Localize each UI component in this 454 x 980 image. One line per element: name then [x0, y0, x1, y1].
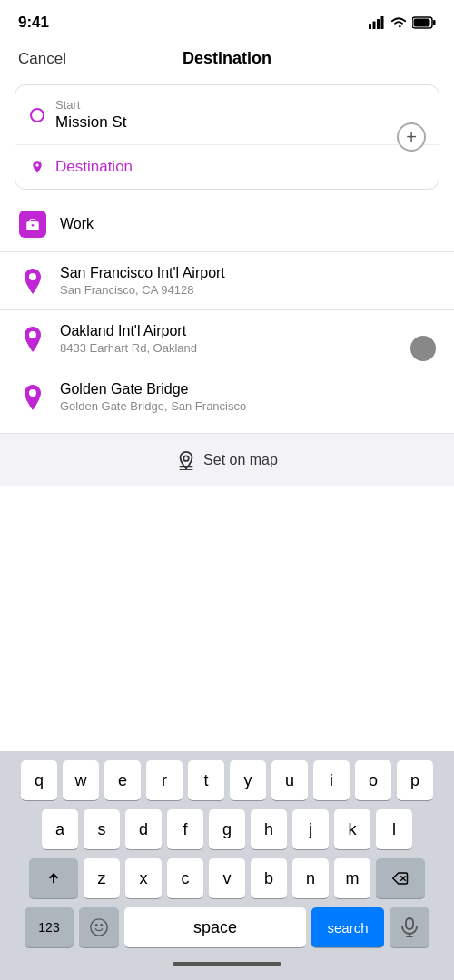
- signal-icon: [369, 16, 385, 29]
- svg-rect-25: [406, 918, 413, 929]
- status-time: 9:41: [18, 14, 49, 32]
- delete-key[interactable]: [376, 858, 425, 898]
- suggestion-ggb[interactable]: Golden Gate Bridge Golden Gate Bridge, S…: [0, 368, 454, 426]
- key-o[interactable]: o: [355, 760, 391, 800]
- start-field: Start Mission St: [55, 98, 126, 132]
- keyboard-row-1: q w e r t y u i o p: [4, 760, 450, 800]
- set-on-map-button[interactable]: Set on map: [0, 434, 454, 486]
- key-i[interactable]: i: [313, 760, 350, 800]
- sfo-address: San Francisco, CA 94128: [60, 283, 225, 297]
- ggb-address: Golden Gate Bridge, San Francisco: [60, 399, 246, 413]
- pin-icon-oak: [19, 326, 46, 353]
- battery-icon: [412, 16, 436, 29]
- svg-rect-0: [369, 24, 371, 29]
- sfo-name: San Francisco Int'l Airport: [60, 265, 225, 281]
- home-bar: [173, 962, 281, 966]
- suggestions-list: Work San Francisco Int'l Airport San Fra…: [0, 197, 454, 426]
- key-z[interactable]: z: [84, 858, 120, 898]
- set-on-map-label: Set on map: [203, 452, 278, 468]
- ggb-name: Golden Gate Bridge: [60, 381, 246, 397]
- work-icon-container: [18, 210, 47, 239]
- key-q[interactable]: q: [21, 760, 57, 800]
- shift-key[interactable]: [29, 858, 78, 898]
- svg-rect-5: [433, 20, 436, 25]
- svg-point-8: [35, 163, 38, 166]
- sfo-text: San Francisco Int'l Airport San Francisc…: [60, 265, 225, 297]
- key-j[interactable]: j: [292, 809, 329, 849]
- suggestion-sfo[interactable]: San Francisco Int'l Airport San Francisc…: [0, 252, 454, 309]
- key-r[interactable]: r: [146, 760, 183, 800]
- svg-point-14: [29, 389, 36, 397]
- svg-rect-6: [414, 19, 430, 27]
- home-indicator: [4, 956, 450, 975]
- key-u[interactable]: u: [271, 760, 308, 800]
- pin-icon-ggb: [19, 384, 46, 411]
- key-w[interactable]: w: [63, 760, 99, 800]
- search-key[interactable]: search: [311, 907, 384, 947]
- start-row[interactable]: Start Mission St: [15, 85, 439, 145]
- work-text: Work: [60, 216, 94, 232]
- briefcase-icon: [19, 211, 46, 238]
- oak-name: Oakland Int'l Airport: [60, 323, 197, 339]
- work-label: Work: [60, 216, 94, 232]
- status-bar: 9:41: [0, 0, 454, 40]
- status-icons: [369, 16, 436, 29]
- svg-rect-2: [377, 19, 380, 29]
- keyboard-row-4: 123 space search: [4, 907, 450, 947]
- drag-handle[interactable]: [410, 336, 436, 361]
- start-label: Start: [55, 98, 126, 112]
- sfo-icon-container: [18, 267, 47, 296]
- key-d[interactable]: d: [125, 809, 162, 849]
- key-k[interactable]: k: [334, 809, 370, 849]
- svg-rect-3: [381, 16, 384, 29]
- oak-icon-container: [18, 325, 47, 354]
- start-value: Mission St: [55, 113, 126, 132]
- mic-key[interactable]: [390, 907, 429, 947]
- page-title: Destination: [183, 49, 271, 68]
- ggb-icon-container: [18, 383, 47, 412]
- cancel-button[interactable]: Cancel: [18, 50, 66, 68]
- space-key[interactable]: space: [124, 907, 306, 947]
- suggestion-oak[interactable]: Oakland Int'l Airport 8433 Earhart Rd, O…: [0, 310, 454, 368]
- destination-icon: [30, 160, 44, 174]
- keyboard-row-3: z x c v b n m: [4, 858, 450, 898]
- svg-rect-1: [373, 22, 376, 30]
- destination-row[interactable]: Destination: [15, 145, 439, 189]
- key-m[interactable]: m: [334, 858, 370, 898]
- key-f[interactable]: f: [167, 809, 203, 849]
- wifi-icon: [390, 16, 407, 29]
- svg-point-13: [29, 331, 36, 338]
- key-n[interactable]: n: [292, 858, 329, 898]
- key-l[interactable]: l: [376, 809, 412, 849]
- key-t[interactable]: t: [188, 760, 224, 800]
- key-g[interactable]: g: [209, 809, 245, 849]
- destination-label[interactable]: Destination: [55, 158, 133, 176]
- add-stop-button[interactable]: +: [397, 122, 426, 152]
- key-123[interactable]: 123: [25, 907, 74, 947]
- key-v[interactable]: v: [209, 858, 245, 898]
- key-y[interactable]: y: [230, 760, 266, 800]
- emoji-key[interactable]: [79, 907, 119, 947]
- key-h[interactable]: h: [251, 809, 287, 849]
- key-e[interactable]: e: [104, 760, 141, 800]
- route-card: Start Mission St Destination +: [15, 84, 439, 190]
- ggb-text: Golden Gate Bridge Golden Gate Bridge, S…: [60, 381, 246, 413]
- keyboard: q w e r t y u i o p a s d f g h j k l z …: [0, 751, 454, 980]
- key-s[interactable]: s: [84, 809, 120, 849]
- key-x[interactable]: x: [125, 858, 162, 898]
- key-p[interactable]: p: [397, 760, 433, 800]
- pin-icon-sfo: [19, 268, 46, 295]
- start-icon: [30, 108, 44, 122]
- svg-point-15: [183, 456, 189, 461]
- key-c[interactable]: c: [167, 858, 203, 898]
- key-b[interactable]: b: [251, 858, 287, 898]
- map-pin-icon: [176, 450, 196, 470]
- oak-address: 8433 Earhart Rd, Oakland: [60, 341, 197, 355]
- svg-point-12: [29, 273, 36, 280]
- oak-text: Oakland Int'l Airport 8433 Earhart Rd, O…: [60, 323, 197, 355]
- header: Cancel Destination: [0, 40, 454, 77]
- key-a[interactable]: a: [42, 809, 78, 849]
- svg-point-22: [91, 919, 107, 936]
- suggestion-work[interactable]: Work: [0, 197, 454, 251]
- keyboard-row-2: a s d f g h j k l: [4, 809, 450, 849]
